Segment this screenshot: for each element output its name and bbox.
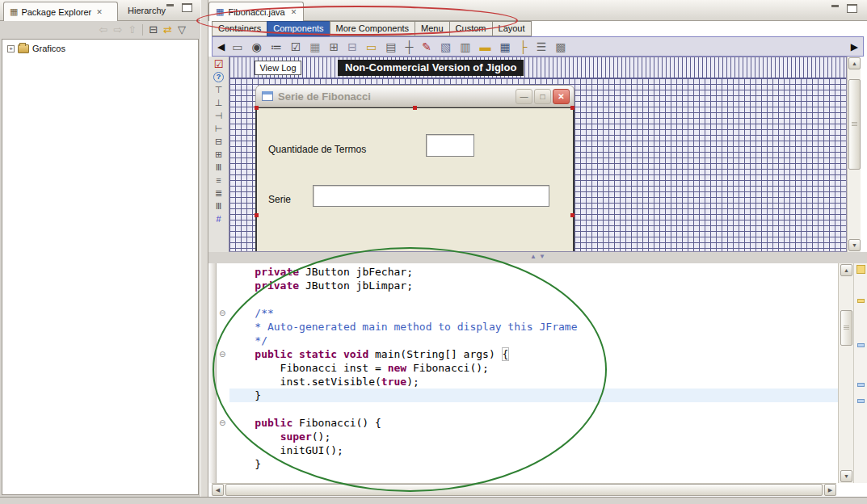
selection-handle[interactable] [255, 106, 259, 110]
designed-frame-titlebar[interactable]: Serie de Fibonacci — □ ✕ [255, 85, 574, 107]
space-rows-icon[interactable]: ≣ [215, 188, 222, 199]
code-line[interactable]: private JButton jbLimpar; [229, 279, 838, 292]
jpanel-icon[interactable]: ▦ [309, 39, 320, 55]
code-line[interactable]: inst.setVisible(true); [229, 375, 838, 388]
selection-handle[interactable] [413, 106, 417, 110]
overview-marker[interactable] [857, 383, 865, 387]
space-columns-icon[interactable]: Ⅲ [216, 201, 222, 212]
palette-tab-components[interactable]: Components [267, 21, 329, 36]
jcombobox-icon[interactable]: ⊟ [347, 39, 357, 55]
code-line[interactable]: initGUI(); [229, 443, 838, 457]
help-icon[interactable]: ? [213, 72, 224, 82]
jslider-icon[interactable]: ┼ [405, 39, 413, 55]
back-icon[interactable]: ⇦ [99, 23, 107, 36]
align-top-icon[interactable]: ⊤ [215, 85, 223, 95]
jtextfield-icon[interactable]: ▭ [366, 39, 377, 55]
jlabel-icon[interactable]: ✎ [422, 39, 431, 55]
minimize-view-icon[interactable] [166, 3, 177, 12]
palette-tab-custom[interactable]: Custom [449, 21, 492, 36]
view-menu-icon[interactable]: ▽ [178, 23, 186, 36]
align-bottom-icon[interactable]: ⊥ [215, 98, 223, 108]
code-line[interactable]: public Fibonacci() { [229, 416, 838, 430]
fold-collapse-icon[interactable]: ⊖ [219, 347, 225, 361]
distribute-rows-icon[interactable]: ≡ [216, 175, 221, 186]
quantidade-label[interactable]: Quantidade de Termos [268, 144, 366, 155]
code-line[interactable]: /** [229, 306, 838, 320]
scroll-up-icon[interactable]: ▲ [840, 264, 852, 276]
serie-input[interactable] [313, 185, 549, 207]
minimize-editor-icon[interactable] [831, 4, 842, 13]
scroll-down-icon[interactable]: ▼ [848, 239, 861, 251]
jtable-icon[interactable]: ▦ [500, 39, 511, 55]
same-height-icon[interactable]: ⊞ [215, 149, 222, 160]
up-icon[interactable]: ⇧ [128, 23, 137, 36]
jscrollbar-icon[interactable]: ☰ [537, 39, 547, 55]
close-icon[interactable]: ✕ [553, 89, 570, 104]
code-line[interactable]: */ [229, 334, 838, 347]
grid-icon[interactable]: # [216, 214, 221, 225]
serie-label[interactable]: Serie [268, 194, 291, 205]
fold-collapse-icon[interactable]: ⊖ [219, 416, 225, 430]
jprogressbar-icon[interactable]: ▬ [480, 39, 491, 55]
code-content[interactable]: private JButton jbFechar; private JButto… [229, 265, 838, 483]
palette-tab-menu[interactable]: Menu [415, 21, 449, 36]
code-horizontal-scrollbar[interactable]: ◀ ▶ [212, 483, 836, 496]
designed-frame[interactable]: Serie de Fibonacci — □ ✕ Quantidade de T… [255, 85, 574, 252]
tree-item-graficos[interactable]: + Graficos [2, 40, 198, 53]
view-log-button[interactable]: View Log [255, 61, 301, 75]
quantidade-input[interactable] [426, 134, 474, 157]
designer-scrollbar[interactable]: ▲ ▼ [847, 57, 861, 252]
maximize-editor-icon[interactable] [847, 4, 857, 13]
code-line[interactable]: * Auto-generated main method to display … [229, 320, 838, 334]
palette-scroll-right-icon[interactable]: ▶ [851, 41, 858, 52]
java-code-editor[interactable]: ⊖⊖⊖ private JButton jbFechar; private JB… [208, 263, 867, 483]
palette-tab-more-components[interactable]: More Components [330, 21, 415, 36]
overview-marker[interactable] [857, 343, 865, 347]
scroll-left-icon[interactable]: ◀ [212, 484, 224, 496]
palette-tab-layout[interactable]: Layout [492, 21, 532, 36]
forward-icon[interactable]: ⇨ [113, 23, 122, 36]
fold-collapse-icon[interactable]: ⊖ [219, 306, 225, 320]
minimize-icon[interactable]: — [516, 89, 532, 104]
tab-fibonacci-java[interactable]: ▦ Fibonacci.java ✕ [208, 2, 304, 21]
tab-package-explorer[interactable]: ▦ Package Explorer ✕ [3, 2, 118, 21]
close-icon[interactable]: ✕ [291, 8, 297, 16]
code-line[interactable]: Fibonacci inst = new Fibonacci(); [229, 361, 838, 375]
jcheckbox-icon[interactable]: ☑ [291, 39, 301, 55]
overview-marker[interactable] [857, 399, 865, 403]
link-with-editor-icon[interactable]: ⇄ [163, 23, 172, 36]
annotations-box-icon[interactable] [856, 265, 865, 274]
maximize-icon[interactable]: □ [534, 89, 551, 104]
code-line[interactable]: } [229, 457, 838, 471]
code-line[interactable]: } [229, 388, 838, 402]
code-line[interactable] [229, 292, 838, 306]
jscrollpane-icon[interactable]: ▤ [385, 39, 396, 55]
palette-tab-containers[interactable]: Containers [212, 21, 267, 36]
palette-scroll-left-icon[interactable]: ◀ [217, 41, 225, 52]
collapse-all-icon[interactable]: ⊟ [149, 23, 158, 36]
scrollbar-thumb[interactable] [225, 484, 823, 496]
distribute-columns-icon[interactable]: Ⅲ [216, 162, 222, 173]
jeditorpane-icon[interactable]: ▥ [460, 39, 470, 55]
scrollbar-thumb[interactable] [848, 79, 861, 170]
scroll-down-icon[interactable]: ▼ [840, 470, 852, 482]
jlist-icon[interactable]: ≔ [271, 39, 282, 55]
jtextarea-icon[interactable]: ▧ [440, 39, 451, 55]
designed-frame-body[interactable]: Quantidade de Termos Serie [255, 107, 574, 252]
panel-sash[interactable] [200, 0, 208, 497]
jsplitpane-icon[interactable]: ⊞ [329, 39, 339, 55]
code-line[interactable]: private JButton jbFechar; [229, 265, 838, 279]
code-line[interactable]: super(); [229, 430, 838, 443]
overview-marker[interactable] [857, 299, 865, 303]
scrollbar-thumb[interactable] [840, 310, 852, 346]
validate-icon[interactable]: ☑ [214, 59, 224, 69]
selection-handle[interactable] [255, 213, 259, 217]
jbutton-icon[interactable]: ▭ [232, 39, 242, 55]
jdesktoppane-icon[interactable]: ▩ [555, 39, 566, 55]
jtree-icon[interactable]: ├ [520, 39, 528, 55]
align-left-icon[interactable]: ⊣ [215, 111, 223, 121]
code-vertical-scrollbar[interactable]: ▲ ▼ [838, 263, 853, 483]
code-line[interactable] [229, 402, 838, 416]
selection-handle[interactable] [570, 106, 574, 110]
maximize-view-icon[interactable] [182, 3, 192, 12]
